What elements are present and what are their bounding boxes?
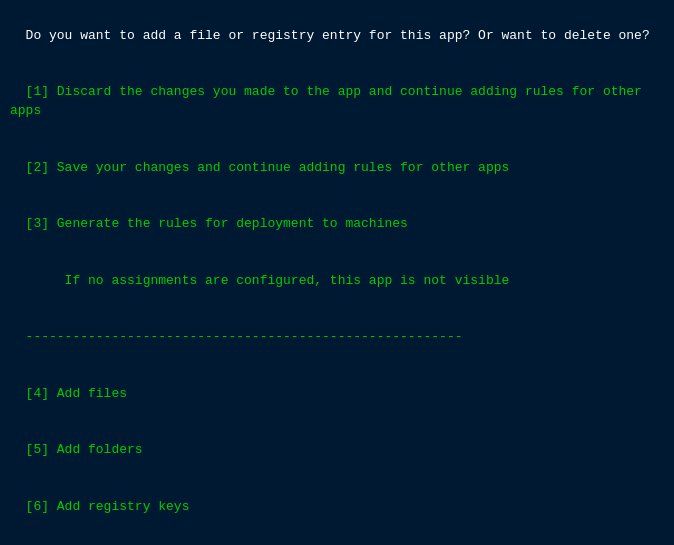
line-4: [4] Add files [26,386,127,401]
terminal-window: Do you want to add a file or registry en… [10,8,664,545]
line-3: [3] Generate the rules for deployment to… [26,216,408,231]
line-6: [6] Add registry keys [26,499,190,514]
line-3-sub: If no assignments are configured, this a… [26,273,510,288]
line-1: [1] Discard the changes you made to the … [10,84,650,118]
line-question: Do you want to add a file or registry en… [26,28,650,43]
line-2: [2] Save your changes and continue addin… [26,160,510,175]
line-5: [5] Add folders [26,442,143,457]
divider-1: ----------------------------------------… [26,329,463,344]
